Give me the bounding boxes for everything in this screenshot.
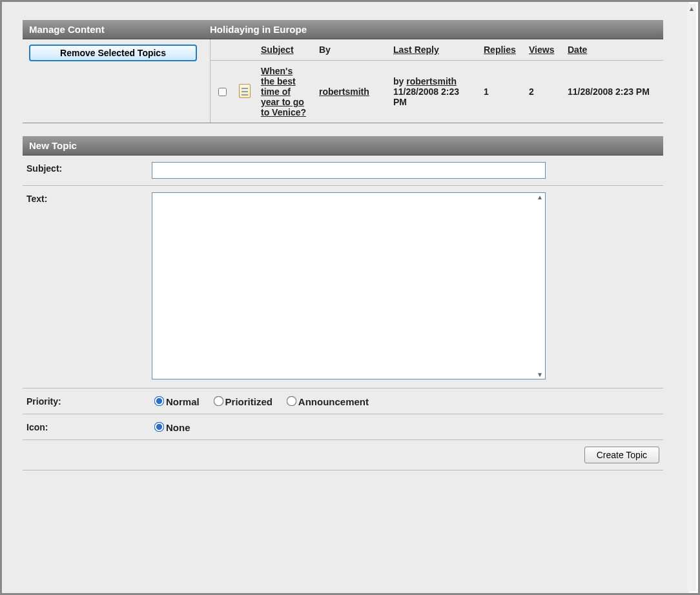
topics-table-wrap: Subject By Last Reply Replies Views Date xyxy=(210,39,663,123)
text-row: Text: ▲ ▼ xyxy=(23,186,663,388)
text-label: Text: xyxy=(23,192,152,381)
priority-prioritized-radio[interactable] xyxy=(213,396,223,407)
icon-none-option[interactable]: None xyxy=(152,422,190,433)
topics-table: Subject By Last Reply Replies Views Date xyxy=(211,39,663,123)
scroll-up-icon[interactable]: ▲ xyxy=(688,5,695,12)
table-row: When's the best time of year to go to Ve… xyxy=(211,61,663,123)
priority-normal-option[interactable]: Normal xyxy=(152,396,200,407)
subject-input[interactable] xyxy=(152,162,546,179)
subject-label: Subject: xyxy=(23,162,152,179)
page-scrollbar[interactable]: ▲ xyxy=(687,4,696,591)
post-icon xyxy=(239,84,251,98)
content-area: Manage Content Holidaying in Europe Remo… xyxy=(2,2,689,593)
submit-row: Create Topic xyxy=(23,440,663,470)
col-date[interactable]: Date xyxy=(562,39,663,61)
priority-announcement-option[interactable]: Announcement xyxy=(284,396,369,407)
priority-announcement-radio[interactable] xyxy=(287,396,297,407)
remove-selected-button[interactable]: Remove Selected Topics xyxy=(29,45,197,61)
last-reply-date: 11/28/2008 2:23 PM xyxy=(393,86,473,107)
col-icon xyxy=(234,39,256,61)
icon-none-radio[interactable] xyxy=(154,422,165,432)
topic-subject-link[interactable]: When's the best time of year to go to Ve… xyxy=(261,66,306,117)
topics-sidebar: Remove Selected Topics xyxy=(23,39,210,123)
priority-normal-radio[interactable] xyxy=(154,396,165,407)
subject-row: Subject: xyxy=(23,156,663,186)
header-bar: Manage Content Holidaying in Europe xyxy=(23,20,663,39)
priority-label: Priority: xyxy=(23,395,152,407)
last-reply-author-link[interactable]: robertsmith xyxy=(406,76,457,86)
col-last-reply[interactable]: Last Reply xyxy=(388,39,479,61)
header-right-title: Holidaying in Europe xyxy=(210,24,657,35)
app-frame: ▲ Manage Content Holidaying in Europe Re… xyxy=(0,0,700,595)
topic-author-link[interactable]: robertsmith xyxy=(319,86,369,97)
row-checkbox[interactable] xyxy=(218,88,227,96)
icon-label: Icon: xyxy=(23,421,152,433)
priority-prioritized-option[interactable]: Prioritized xyxy=(211,396,273,407)
new-topic-title: New Topic xyxy=(29,140,77,151)
topic-last-reply: by robertsmith 11/28/2008 2:23 PM xyxy=(388,61,479,123)
col-checkbox xyxy=(211,39,234,61)
new-topic-section: New Topic Subject: Text: ▲ ▼ xyxy=(23,136,663,470)
text-input[interactable] xyxy=(152,192,546,379)
new-topic-header: New Topic xyxy=(23,136,663,156)
col-replies[interactable]: Replies xyxy=(479,39,524,61)
topics-panel: Remove Selected Topics Subject By Last R… xyxy=(23,39,663,123)
header-left-title: Manage Content xyxy=(29,24,210,35)
topic-date: 11/28/2008 2:23 PM xyxy=(562,61,663,123)
topic-views: 2 xyxy=(524,61,562,123)
create-topic-button[interactable]: Create Topic xyxy=(584,447,659,463)
topics-header-row: Subject By Last Reply Replies Views Date xyxy=(211,39,663,61)
textarea-scroll-down-icon[interactable]: ▼ xyxy=(535,371,544,380)
textarea-scroll-up-icon[interactable]: ▲ xyxy=(535,194,544,203)
priority-row: Priority: Normal Prioritized Announcemen… xyxy=(23,388,663,414)
topic-replies: 1 xyxy=(479,61,524,123)
last-reply-by-prefix: by xyxy=(393,76,404,86)
col-by: By xyxy=(314,39,388,61)
col-views[interactable]: Views xyxy=(524,39,562,61)
col-subject[interactable]: Subject xyxy=(256,39,314,61)
icon-row: Icon: None xyxy=(23,414,663,440)
